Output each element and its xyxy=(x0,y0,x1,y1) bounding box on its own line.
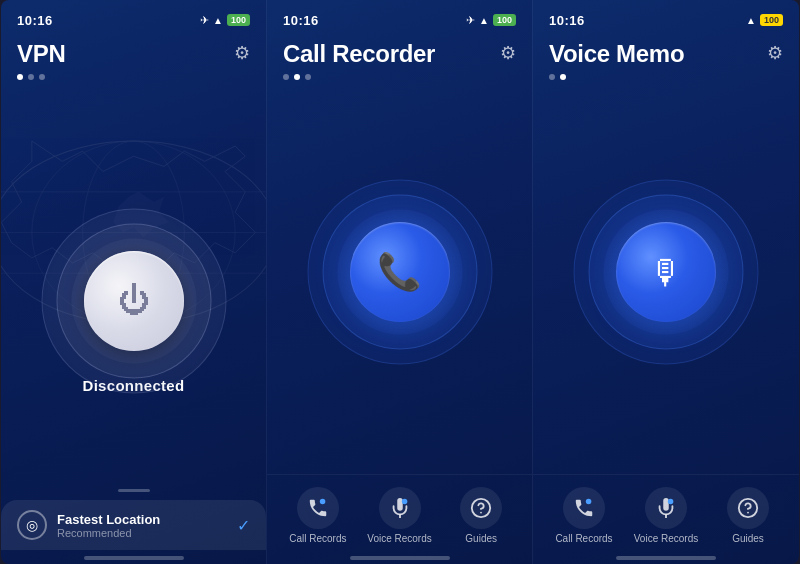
call-title: Call Recorder xyxy=(283,40,435,68)
voice-record-button[interactable]: 🎙 xyxy=(616,222,716,322)
airplane-icon: ✈ xyxy=(200,14,209,27)
voice-voice-records-nav[interactable]: Voice Records xyxy=(625,487,707,544)
svg-point-10 xyxy=(480,512,482,514)
voice-records-nav[interactable]: Voice Records xyxy=(359,487,441,544)
voice-header: Voice Memo ⚙ xyxy=(533,36,799,68)
voice-call-records-icon xyxy=(573,497,595,519)
call-main-content: 📞 xyxy=(267,80,532,474)
vpn-home-indicator xyxy=(84,556,184,560)
svg-point-13 xyxy=(668,499,674,505)
voice-page-dots xyxy=(533,68,799,80)
call-status-icons: ✈ ▲ 100 xyxy=(466,14,516,27)
voice-voice-records-icon-circle xyxy=(645,487,687,529)
voice-call-records-icon-circle xyxy=(563,487,605,529)
call-home-indicator xyxy=(350,556,450,560)
vpn-title: VPN xyxy=(17,40,65,68)
voice-title: Voice Memo xyxy=(549,40,684,68)
vpn-battery: 100 xyxy=(227,14,250,26)
location-sub: Recommended xyxy=(57,527,227,539)
call-records-nav[interactable]: Call Records xyxy=(277,487,359,544)
voice-guides-label: Guides xyxy=(732,533,764,544)
guides-nav[interactable]: Guides xyxy=(440,487,522,544)
guides-label: Guides xyxy=(465,533,497,544)
voice-voice-records-icon xyxy=(655,497,677,519)
airplane-icon: ✈ xyxy=(466,14,475,27)
call-button-container: 📞 xyxy=(350,222,450,322)
location-info: Fastest Location Recommended xyxy=(57,512,227,539)
vpn-location-bar[interactable]: ◎ Fastest Location Recommended ✓ xyxy=(1,500,266,550)
voice-bottom-nav: Call Records Voice Records xyxy=(533,474,799,550)
target-icon: ◎ xyxy=(26,517,38,533)
svg-point-6 xyxy=(320,499,326,505)
call-bottom-nav: Call Records Voice Records xyxy=(267,474,532,550)
voice-guides-icon xyxy=(737,497,759,519)
call-status-bar: 10:16 ✈ ▲ 100 xyxy=(267,0,532,36)
vpn-header: VPN ⚙ xyxy=(1,36,266,68)
check-icon: ✓ xyxy=(237,516,250,535)
power-icon: ⏻ xyxy=(118,282,150,319)
voice-records-label: Voice Records xyxy=(367,533,431,544)
phone-icon: 📞 xyxy=(377,251,422,293)
call-records-icon-circle xyxy=(297,487,339,529)
voice-battery: 100 xyxy=(760,14,783,26)
vpn-settings-icon[interactable]: ⚙ xyxy=(234,42,250,64)
voice-status-icons: ▲ 100 xyxy=(746,14,783,26)
voice-guides-nav[interactable]: Guides xyxy=(707,487,789,544)
voice-voice-records-label: Voice Records xyxy=(634,533,698,544)
call-page-dots xyxy=(267,68,532,80)
call-recorder-phone: 10:16 ✈ ▲ 100 Call Recorder ⚙ xyxy=(267,0,533,564)
vpn-phone: 10:16 ✈ ▲ 100 VPN ⚙ xyxy=(1,0,267,564)
call-records-icon xyxy=(307,497,329,519)
voice-home-indicator xyxy=(616,556,716,560)
voice-settings-icon[interactable]: ⚙ xyxy=(767,42,783,64)
voice-records-icon-circle xyxy=(379,487,421,529)
wifi-icon: ▲ xyxy=(479,15,489,26)
voice-call-records-nav[interactable]: Call Records xyxy=(543,487,625,544)
voice-main-content: 🎙 xyxy=(533,80,799,474)
phones-container: 10:16 ✈ ▲ 100 VPN ⚙ xyxy=(0,0,800,564)
voice-status-bar: 10:16 ▲ 100 xyxy=(533,0,799,36)
svg-point-11 xyxy=(586,499,592,505)
vpn-location-bar-wrapper: ◎ Fastest Location Recommended ✓ xyxy=(1,485,266,564)
call-time: 10:16 xyxy=(283,13,319,28)
vpn-page-dots xyxy=(1,68,266,80)
voice-button-container: 🎙 xyxy=(616,222,716,322)
call-record-button[interactable]: 📞 xyxy=(350,222,450,322)
guides-icon-circle xyxy=(460,487,502,529)
call-header: Call Recorder ⚙ xyxy=(267,36,532,68)
call-settings-icon[interactable]: ⚙ xyxy=(500,42,516,64)
wifi-icon: ▲ xyxy=(746,15,756,26)
voice-time: 10:16 xyxy=(549,13,585,28)
vpn-time: 10:16 xyxy=(17,13,53,28)
location-name: Fastest Location xyxy=(57,512,227,527)
call-records-label: Call Records xyxy=(289,533,346,544)
vpn-status-bar: 10:16 ✈ ▲ 100 xyxy=(1,0,266,36)
location-icon: ◎ xyxy=(17,510,47,540)
vpn-status-icons: ✈ ▲ 100 xyxy=(200,14,250,27)
wifi-icon: ▲ xyxy=(213,15,223,26)
voice-call-records-label: Call Records xyxy=(555,533,612,544)
svg-point-15 xyxy=(747,512,749,514)
voice-records-icon xyxy=(389,497,411,519)
drag-handle xyxy=(118,489,150,492)
voice-memo-phone: 10:16 ▲ 100 Voice Memo ⚙ 🎙 xyxy=(533,0,799,564)
vpn-button-container: ⏻ xyxy=(84,251,184,351)
guides-icon xyxy=(470,497,492,519)
call-battery: 100 xyxy=(493,14,516,26)
mic-icon: 🎙 xyxy=(649,253,683,292)
svg-point-8 xyxy=(401,499,407,505)
vpn-power-button[interactable]: ⏻ xyxy=(84,251,184,351)
voice-guides-icon-circle xyxy=(727,487,769,529)
